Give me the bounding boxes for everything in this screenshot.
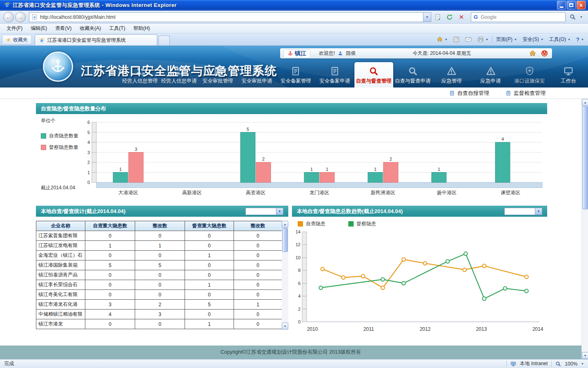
menubar-item-4[interactable]: 工具(T) [105,24,129,33]
nav-item-approval-manage[interactable]: 安全审批管理 [198,62,237,88]
nav-item-emergency-apply[interactable]: 应急申请 [471,62,510,88]
table-row[interactable]: 镇江市港龙石化港3251 [36,300,282,310]
zoom-dropdown-icon[interactable]: ▼ [581,362,584,365]
address-bar[interactable]: e http://localhost:8080/yjpt/Main.html [29,12,423,22]
menubar-item-1[interactable]: 编辑(E) [27,24,51,33]
table-row[interactable]: 镇江李长荣综合石0010 [36,280,282,290]
legend-swatch-icon [348,221,354,227]
table-row[interactable]: 镇江港国际集装箱5500 [36,260,282,270]
new-tab-stub[interactable] [158,36,170,45]
scrollbar-thumb[interactable] [582,106,588,209]
value-cell: 1 [234,300,282,310]
company-name-cell: 镇江李长荣综合石 [36,280,85,290]
zoom-level[interactable]: 100% [565,361,577,367]
nav-item-record-apply[interactable]: 安全备案申请 [315,62,354,88]
approval-manage-icon [213,66,223,76]
maximize-button[interactable] [567,1,576,9]
zoom-magnifier-icon[interactable] [555,361,561,367]
nav-item-facility-security[interactable]: 港口设施保安 [510,62,549,88]
scrollbar-thumb[interactable] [282,228,288,252]
read-mail-button[interactable] [462,34,474,44]
nav-item-approval-apply[interactable]: 安全审批申请 [237,62,276,88]
value-cell: 0 [135,290,185,300]
svg-text:6: 6 [298,281,301,286]
nav-item-workbench[interactable]: 工作台 [549,62,588,88]
value-cell: 5 [85,260,135,270]
table-filter-dropdown[interactable]: ▼ [245,208,283,215]
table-row[interactable]: 江苏索普集团有限0000 [36,231,282,241]
menubar-item-5[interactable]: 帮助(H) [129,24,154,33]
page-menu-button[interactable]: 页面(P)▼ [493,34,520,44]
table-scrollbar[interactable]: ▲ ▼ [282,221,288,330]
scroll-up-icon[interactable]: ▲ [282,221,288,228]
app-header-banner: 江苏省港口安全监管与应急管理系统 镇江 欢迎您! 陈俊 今天是: 2014-04… [0,46,588,88]
compatibility-view-button[interactable] [432,12,443,22]
today-date: 今天是: 2014-04-04 星期五 [412,50,471,57]
table-row[interactable]: 中储粮镇江粮油有限4300 [36,310,282,319]
svg-text:4: 4 [501,137,504,141]
back-button[interactable]: ← [3,12,14,22]
nav-item-label: 应急管理 [441,78,462,85]
tools-menu-button[interactable]: 工具(O)▼ [546,34,573,44]
table-row[interactable]: 镇江市港龙0010 [36,319,282,329]
menubar-item-0[interactable]: 文件(F) [2,24,27,33]
home-shortcut-button[interactable] [528,49,537,58]
feeds-button[interactable] [450,34,462,44]
scroll-down-icon[interactable]: ▼ [282,323,288,330]
address-dropdown-button[interactable]: ▼ [423,12,431,22]
table-row[interactable]: 江苏镇江发电有限1100 [36,241,282,251]
legend-swatch-icon [41,133,46,139]
search-dropdown-button[interactable]: ▼ [578,12,585,22]
menubar-item-2[interactable]: 查看(V) [51,24,76,33]
nav-item-label: 安全备案申请 [319,78,350,85]
value-cell: 0 [85,290,135,300]
legend-label: 督察隐患 [356,220,376,227]
refresh-button[interactable] [444,12,455,22]
value-cell: 0 [85,251,135,260]
help-button[interactable]: ?▼ [573,34,587,44]
page-scrollbar[interactable]: ▲ ▼ [581,99,588,359]
forward-button[interactable]: → [15,12,26,22]
table-row[interactable]: 金海宏业（镇江）石0010 [36,251,282,260]
subnav-item-2[interactable]: 监督检查管理 [506,90,546,97]
nav-item-inspection-apply[interactable]: 自查与督查申请 [393,62,432,88]
stop-button[interactable]: ✕ [456,12,467,22]
main-nav: 经营人信息管理经营人信息申请安全审批管理安全审批申请安全备案管理安全备案申请自查… [120,62,588,88]
browser-tab[interactable]: e 江苏省港口安全监管与应急管理系统 [35,34,157,45]
menubar-item-3[interactable]: 收藏夹(A) [76,24,105,33]
table-row[interactable]: 镇江奇美化工有限0000 [36,290,282,300]
favorites-button[interactable]: ★ 收藏夹 [2,35,32,45]
svg-text:扬中港区: 扬中港区 [437,190,457,195]
bar-chart: 0123456大港港区13高新港区高资港区52龙门港区11新民洲港区12扬中港区… [84,116,545,197]
subnav-item-1[interactable]: 自查自报管理 [449,90,489,97]
minimize-button[interactable] [557,1,566,9]
svg-text:1: 1 [87,170,90,175]
bar-legend-item: 督察隐患数量 [41,144,84,151]
value-cell: 0 [135,251,185,260]
nav-item-operators-manage[interactable]: 经营人信息管理 [120,62,159,88]
print-button[interactable]: ▼ [474,34,491,44]
nav-item-operators-apply[interactable]: 经营人信息申请 [159,62,198,88]
table-panel-title: 本地自查/督查统计(截止2014.04.04) [41,208,125,215]
copyright-text: Copyright©江苏省交通规划设计院股份有限公司 2013版权所有 [220,349,361,356]
close-button[interactable]: × [577,1,586,9]
search-button[interactable] [567,12,578,22]
scroll-down-icon[interactable]: ▼ [582,352,588,359]
nav-item-emergency-manage[interactable]: 应急管理 [432,62,471,88]
operators-manage-icon [135,66,145,76]
logout-button[interactable] [540,49,549,58]
scroll-up-icon[interactable]: ▲ [582,99,588,106]
nav-item-inspection-manage[interactable]: 自查与督查管理 [354,62,393,88]
svg-text:1: 1 [438,167,440,172]
svg-text:12: 12 [296,242,301,247]
bar-chart-body: 单位个 自查隐患数量督察隐患数量 截止2014.04.04 0123456大港港… [36,114,547,198]
search-box[interactable]: G Google [471,12,566,22]
svg-text:大港港区: 大港港区 [118,190,138,195]
home-button[interactable]: ▼ [434,34,450,44]
table-row[interactable]: 镇江恒泰沥青产品0000 [36,270,282,280]
subnav-item-label: 自查自报管理 [457,90,489,97]
trend-filter-dropdown[interactable]: ▼ [504,208,542,215]
svg-text:4: 4 [298,294,301,298]
nav-item-record-manage[interactable]: 安全备案管理 [276,62,315,88]
safety-menu-button[interactable]: 安全(S)▼ [520,34,546,44]
